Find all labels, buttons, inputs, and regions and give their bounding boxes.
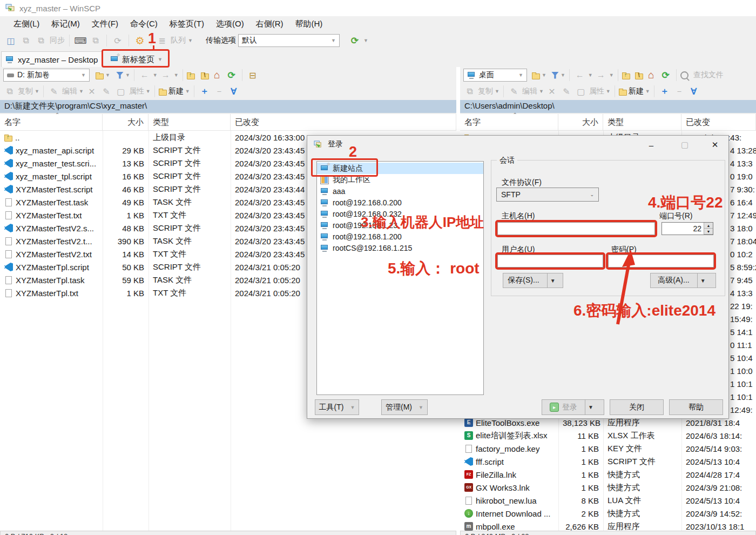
menu-item[interactable]: 帮助(H)	[289, 19, 328, 29]
copy-button[interactable]: 复制	[478, 86, 493, 96]
edit-icon[interactable]: ✎	[48, 84, 60, 98]
swap-panels-icon[interactable]: ◫	[4, 34, 17, 48]
new-folder-icon[interactable]	[619, 90, 627, 96]
save-button[interactable]: 保存(S)... ▼	[503, 273, 563, 288]
column-header[interactable]: 已改变	[681, 114, 756, 130]
console-icon[interactable]: ⌨	[74, 34, 87, 48]
copy-icon[interactable]: ⧉	[3, 84, 16, 98]
minimize-icon[interactable]: –	[643, 139, 659, 151]
new-button[interactable]: 新建	[168, 86, 184, 96]
table-row[interactable]: factory_mode.key1 KBKEY 文件2024/5/14 9:03…	[460, 442, 756, 455]
menu-item[interactable]: 标记(M)	[45, 19, 86, 29]
right-path-bar[interactable]: C:\Users\admin\Desktop\	[460, 100, 756, 113]
chevron-down-icon[interactable]: ▼	[125, 72, 130, 78]
duplicate-session-icon[interactable]: ⧉	[19, 34, 32, 48]
transfer-refresh-icon[interactable]: ⟳	[348, 34, 361, 48]
chevron-down-icon[interactable]: ▼	[609, 72, 614, 78]
open-directory-icon[interactable]	[96, 73, 104, 79]
queue-button[interactable]: 队列	[171, 36, 186, 45]
chevron-down-icon[interactable]: ▼	[79, 89, 84, 94]
advanced-button[interactable]: 高级(A)... ▼	[650, 273, 716, 288]
chevron-down-icon[interactable]: ▼	[645, 89, 650, 94]
login-button[interactable]: ▸ 登录 ▼	[542, 399, 604, 415]
delete-x-icon[interactable]: ✕	[545, 84, 558, 98]
chevron-down-icon[interactable]: ▼	[105, 72, 110, 78]
filter-funnel-icon[interactable]	[116, 72, 124, 79]
chevron-down-icon[interactable]: ▼	[585, 400, 596, 414]
queue-icon[interactable]: ≣	[156, 34, 168, 48]
table-row[interactable]: fff.script1 KBSCRIPT 文件2024/5/13 10:4	[460, 455, 756, 468]
column-header[interactable]: 类型	[148, 114, 231, 130]
username-input[interactable]	[497, 255, 603, 268]
chevron-down-icon[interactable]: ▼	[363, 38, 368, 43]
back-arrow-icon[interactable]: ←	[138, 68, 151, 82]
parent-directory-icon[interactable]	[187, 73, 195, 79]
preferences-gear-icon[interactable]: ⚙	[133, 34, 146, 48]
column-header[interactable]: 名字	[0, 114, 103, 130]
site-list-item[interactable]: aaa	[317, 185, 483, 197]
copy-icon[interactable]: ⧉	[463, 84, 476, 98]
chevron-down-icon[interactable]: ▼	[495, 89, 500, 94]
spinner-arrows[interactable]: ▲▼	[704, 223, 713, 235]
copy-button[interactable]: 复制	[18, 86, 33, 96]
tab-session[interactable]: xyz_master – Desktop	[1, 51, 103, 67]
table-row[interactable]: Selite培训签到表.xlsx11 KBXLSX 工作表2024/6/3 18…	[460, 429, 756, 442]
hostname-input[interactable]	[497, 222, 655, 235]
filter-funnel-icon[interactable]	[551, 72, 559, 79]
chevron-down-icon[interactable]: ▼	[185, 89, 190, 94]
edit-button[interactable]: 编辑	[62, 86, 77, 96]
properties-button[interactable]: 属性	[129, 86, 144, 96]
chevron-down-icon[interactable]: ▼	[542, 72, 546, 78]
select-plus-icon[interactable]: ＋	[198, 84, 211, 98]
edit-icon[interactable]: ✎	[508, 84, 521, 98]
sync-button[interactable]: 同步	[50, 36, 65, 45]
root-directory-icon[interactable]	[635, 73, 643, 79]
column-header[interactable]: 大小	[103, 114, 148, 130]
unselect-minus-icon[interactable]: －	[213, 84, 226, 98]
file-page-icon[interactable]: ▢	[575, 84, 588, 98]
column-header[interactable]: 已改变	[231, 114, 456, 130]
compare-icon[interactable]: ⧉	[89, 34, 102, 48]
manage-button[interactable]: 管理(M) ▼	[381, 399, 428, 415]
close-icon[interactable]: ✕	[707, 139, 723, 151]
refresh-session-icon[interactable]: ⟳	[111, 34, 124, 48]
help-button[interactable]: 帮助	[669, 399, 723, 415]
column-header[interactable]: 类型	[603, 114, 681, 130]
left-path-bar[interactable]: D:\新建文件夹\program\CS\xyz_master\	[0, 100, 456, 113]
back-arrow-icon[interactable]: ←	[573, 68, 586, 82]
delete-x-icon[interactable]: ✕	[85, 84, 98, 98]
properties-button[interactable]: 属性	[589, 86, 604, 96]
menu-item[interactable]: 文件(F)	[86, 19, 124, 29]
open-directory-icon[interactable]	[532, 73, 540, 79]
chevron-down-icon[interactable]: ▼	[588, 72, 593, 78]
tree-view-icon[interactable]: ⊟	[246, 68, 259, 82]
menu-item[interactable]: 左侧(L)	[8, 19, 45, 29]
column-header[interactable]: 大小	[558, 114, 603, 130]
menu-item[interactable]: 命令(C)	[124, 19, 164, 29]
select-plus-icon[interactable]: ＋	[658, 84, 671, 98]
chevron-down-icon[interactable]: ▼	[539, 89, 544, 94]
close-button[interactable]: 关闭	[610, 399, 664, 415]
root-directory-icon[interactable]	[201, 73, 209, 79]
site-list-item[interactable]: root@192.168.0.200	[317, 197, 483, 208]
menu-item[interactable]: 选项(O)	[210, 19, 250, 29]
table-row[interactable]: ↓Internet Download ...2 KB快捷方式2024/3/9 1…	[460, 507, 756, 520]
selection-filter-icon[interactable]: ∀	[227, 84, 240, 98]
selection-filter-icon[interactable]: ∀	[687, 84, 700, 98]
left-drive-select[interactable]: D: 新加卷 ▼	[3, 69, 90, 82]
chevron-down-icon[interactable]: ▼	[146, 89, 151, 94]
home-directory-icon[interactable]: ⌂	[645, 68, 658, 82]
forward-arrow-icon[interactable]: →	[595, 68, 608, 82]
site-list-item[interactable]: rootCS@192.168.1.215	[317, 242, 483, 253]
right-drive-select[interactable]: 桌面 ▼	[463, 69, 527, 82]
chevron-down-icon[interactable]: ▼	[35, 89, 39, 94]
port-stepper[interactable]: 22 ▲▼	[662, 222, 713, 235]
file-page-icon[interactable]: ▢	[114, 84, 127, 98]
new-folder-icon[interactable]	[159, 90, 167, 96]
chevron-down-icon[interactable]: ▼	[153, 72, 158, 78]
site-list-item[interactable]: root@192.168.1.200	[317, 231, 483, 242]
spin-down-icon[interactable]: ▼	[704, 229, 713, 235]
table-row[interactable]: FZFileZilla.lnk1 KB快捷方式2024/4/28 17:4	[460, 468, 756, 481]
home-directory-icon[interactable]: ⌂	[211, 68, 224, 82]
table-row[interactable]: GXGX Works3.lnk1 KB快捷方式2024/3/9 21:08:	[460, 481, 756, 494]
